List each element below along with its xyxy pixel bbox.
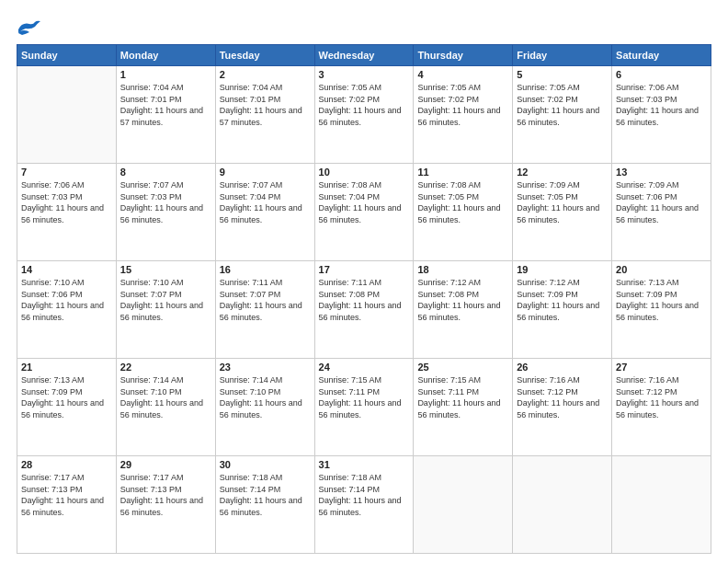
day-number: 22: [120, 362, 211, 373]
calendar-cell: 21Sunrise: 7:13 AM Sunset: 7:09 PM Dayli…: [17, 359, 117, 456]
day-info: Sunrise: 7:13 AM Sunset: 7:09 PM Dayligh…: [21, 374, 112, 420]
calendar-cell: 15Sunrise: 7:10 AM Sunset: 7:07 PM Dayli…: [116, 261, 215, 359]
day-info: Sunrise: 7:04 AM Sunset: 7:01 PM Dayligh…: [120, 82, 211, 128]
day-number: 24: [319, 362, 410, 373]
calendar-cell: 25Sunrise: 7:15 AM Sunset: 7:11 PM Dayli…: [414, 359, 513, 456]
day-number: 3: [319, 69, 410, 80]
calendar-cell: 2Sunrise: 7:04 AM Sunset: 7:01 PM Daylig…: [215, 66, 314, 164]
day-number: 8: [120, 167, 211, 178]
day-info: Sunrise: 7:07 AM Sunset: 7:04 PM Dayligh…: [220, 179, 311, 225]
day-info: Sunrise: 7:15 AM Sunset: 7:11 PM Dayligh…: [417, 374, 508, 420]
calendar-cell: 27Sunrise: 7:16 AM Sunset: 7:12 PM Dayli…: [612, 359, 711, 456]
day-info: Sunrise: 7:18 AM Sunset: 7:14 PM Dayligh…: [220, 472, 311, 518]
calendar-cell: 4Sunrise: 7:05 AM Sunset: 7:02 PM Daylig…: [414, 66, 513, 164]
calendar-cell: 5Sunrise: 7:05 AM Sunset: 7:02 PM Daylig…: [513, 66, 612, 164]
day-info: Sunrise: 7:14 AM Sunset: 7:10 PM Dayligh…: [220, 374, 311, 420]
calendar-cell: 11Sunrise: 7:08 AM Sunset: 7:05 PM Dayli…: [414, 164, 513, 261]
calendar-cell: 19Sunrise: 7:12 AM Sunset: 7:09 PM Dayli…: [513, 261, 612, 359]
calendar-header-thursday: Thursday: [414, 45, 513, 66]
calendar-cell: 30Sunrise: 7:18 AM Sunset: 7:14 PM Dayli…: [215, 456, 314, 554]
day-number: 10: [319, 167, 410, 178]
calendar-header-tuesday: Tuesday: [215, 45, 314, 66]
calendar-header-row: SundayMondayTuesdayWednesdayThursdayFrid…: [17, 45, 711, 66]
day-info: Sunrise: 7:15 AM Sunset: 7:11 PM Dayligh…: [319, 374, 410, 420]
day-number: 9: [220, 167, 311, 178]
calendar-header-monday: Monday: [116, 45, 215, 66]
day-info: Sunrise: 7:05 AM Sunset: 7:02 PM Dayligh…: [319, 82, 410, 128]
calendar-header-sunday: Sunday: [17, 45, 117, 66]
calendar-cell: 10Sunrise: 7:08 AM Sunset: 7:04 PM Dayli…: [314, 164, 414, 261]
day-number: 28: [21, 459, 112, 470]
calendar-cell: 23Sunrise: 7:14 AM Sunset: 7:10 PM Dayli…: [215, 359, 314, 456]
calendar-week-row: 7Sunrise: 7:06 AM Sunset: 7:03 PM Daylig…: [17, 164, 711, 261]
calendar-cell: 16Sunrise: 7:11 AM Sunset: 7:07 PM Dayli…: [215, 261, 314, 359]
day-number: 13: [616, 167, 707, 178]
day-number: 27: [616, 362, 707, 373]
calendar-cell: [612, 456, 711, 554]
day-number: 25: [417, 362, 508, 373]
day-number: 29: [120, 459, 211, 470]
day-number: 23: [220, 362, 311, 373]
calendar-week-row: 14Sunrise: 7:10 AM Sunset: 7:06 PM Dayli…: [17, 261, 711, 359]
calendar-cell: 7Sunrise: 7:06 AM Sunset: 7:03 PM Daylig…: [17, 164, 117, 261]
day-number: 6: [616, 69, 707, 80]
day-info: Sunrise: 7:08 AM Sunset: 7:05 PM Dayligh…: [417, 179, 508, 225]
day-info: Sunrise: 7:09 AM Sunset: 7:06 PM Dayligh…: [616, 179, 707, 225]
day-info: Sunrise: 7:10 AM Sunset: 7:06 PM Dayligh…: [21, 277, 112, 323]
day-number: 15: [120, 264, 211, 275]
day-info: Sunrise: 7:10 AM Sunset: 7:07 PM Dayligh…: [120, 277, 211, 323]
day-number: 14: [21, 264, 112, 275]
day-number: 30: [220, 459, 311, 470]
calendar-week-row: 1Sunrise: 7:04 AM Sunset: 7:01 PM Daylig…: [17, 66, 711, 164]
day-info: Sunrise: 7:17 AM Sunset: 7:13 PM Dayligh…: [21, 472, 112, 518]
day-info: Sunrise: 7:12 AM Sunset: 7:09 PM Dayligh…: [517, 277, 608, 323]
calendar-header-wednesday: Wednesday: [314, 45, 414, 66]
day-number: 21: [21, 362, 112, 373]
day-number: 19: [517, 264, 608, 275]
day-info: Sunrise: 7:06 AM Sunset: 7:03 PM Dayligh…: [21, 179, 112, 225]
day-number: 1: [120, 69, 211, 80]
day-number: 11: [417, 167, 508, 178]
calendar-table: SundayMondayTuesdayWednesdayThursdayFrid…: [17, 44, 711, 554]
calendar-cell: [513, 456, 612, 554]
calendar-cell: 12Sunrise: 7:09 AM Sunset: 7:05 PM Dayli…: [513, 164, 612, 261]
calendar-cell: 8Sunrise: 7:07 AM Sunset: 7:03 PM Daylig…: [116, 164, 215, 261]
calendar-cell: 22Sunrise: 7:14 AM Sunset: 7:10 PM Dayli…: [116, 359, 215, 456]
logo-bird-icon: [17, 20, 40, 39]
day-info: Sunrise: 7:14 AM Sunset: 7:10 PM Dayligh…: [120, 374, 211, 420]
day-number: 2: [220, 69, 311, 80]
calendar-cell: 9Sunrise: 7:07 AM Sunset: 7:04 PM Daylig…: [215, 164, 314, 261]
header: [17, 17, 711, 39]
day-number: 31: [319, 459, 410, 470]
day-info: Sunrise: 7:07 AM Sunset: 7:03 PM Dayligh…: [120, 179, 211, 225]
calendar-cell: 24Sunrise: 7:15 AM Sunset: 7:11 PM Dayli…: [314, 359, 414, 456]
day-number: 16: [220, 264, 311, 275]
day-number: 18: [417, 264, 508, 275]
day-info: Sunrise: 7:12 AM Sunset: 7:08 PM Dayligh…: [417, 277, 508, 323]
calendar-cell: 14Sunrise: 7:10 AM Sunset: 7:06 PM Dayli…: [17, 261, 117, 359]
calendar-cell: 18Sunrise: 7:12 AM Sunset: 7:08 PM Dayli…: [414, 261, 513, 359]
calendar-cell: [414, 456, 513, 554]
day-number: 17: [319, 264, 410, 275]
day-info: Sunrise: 7:06 AM Sunset: 7:03 PM Dayligh…: [616, 82, 707, 128]
calendar-cell: [17, 66, 117, 164]
calendar-cell: 13Sunrise: 7:09 AM Sunset: 7:06 PM Dayli…: [612, 164, 711, 261]
calendar-cell: 20Sunrise: 7:13 AM Sunset: 7:09 PM Dayli…: [612, 261, 711, 359]
calendar-cell: 31Sunrise: 7:18 AM Sunset: 7:14 PM Dayli…: [314, 456, 414, 554]
day-number: 20: [616, 264, 707, 275]
day-info: Sunrise: 7:17 AM Sunset: 7:13 PM Dayligh…: [120, 472, 211, 518]
day-info: Sunrise: 7:05 AM Sunset: 7:02 PM Dayligh…: [417, 82, 508, 128]
day-info: Sunrise: 7:08 AM Sunset: 7:04 PM Dayligh…: [319, 179, 410, 225]
day-info: Sunrise: 7:18 AM Sunset: 7:14 PM Dayligh…: [319, 472, 410, 518]
calendar-cell: 3Sunrise: 7:05 AM Sunset: 7:02 PM Daylig…: [314, 66, 414, 164]
day-number: 7: [21, 167, 112, 178]
logo: [17, 20, 42, 39]
calendar-header-friday: Friday: [513, 45, 612, 66]
page: SundayMondayTuesdayWednesdayThursdayFrid…: [0, 0, 728, 563]
day-info: Sunrise: 7:16 AM Sunset: 7:12 PM Dayligh…: [616, 374, 707, 420]
calendar-cell: 17Sunrise: 7:11 AM Sunset: 7:08 PM Dayli…: [314, 261, 414, 359]
day-number: 5: [517, 69, 608, 80]
calendar-cell: 6Sunrise: 7:06 AM Sunset: 7:03 PM Daylig…: [612, 66, 711, 164]
day-info: Sunrise: 7:11 AM Sunset: 7:07 PM Dayligh…: [220, 277, 311, 323]
calendar-cell: 26Sunrise: 7:16 AM Sunset: 7:12 PM Dayli…: [513, 359, 612, 456]
